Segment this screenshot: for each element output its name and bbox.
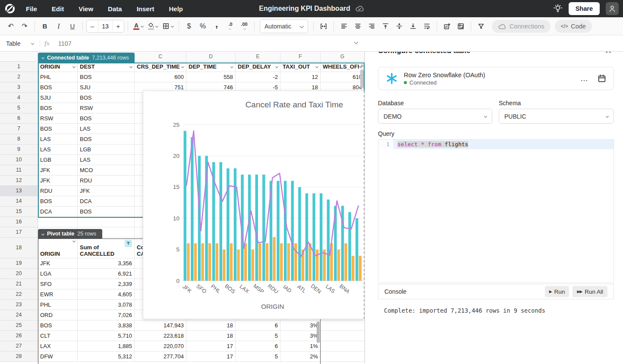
grid-cell[interactable]: MCO bbox=[78, 165, 135, 176]
grid-cell[interactable]: 12 bbox=[280, 72, 321, 82]
connected-table-badge[interactable]: Connected table 7,213,446 rows bbox=[38, 53, 135, 63]
taxi-time-bar[interactable] bbox=[327, 200, 330, 281]
row-header[interactable]: 28 bbox=[0, 351, 38, 362]
cancel-bar[interactable] bbox=[258, 243, 261, 281]
taxi-time-bar[interactable] bbox=[320, 193, 322, 281]
pivot-cell[interactable]: 17 bbox=[186, 341, 236, 351]
pivot-cell[interactable]: ORD bbox=[38, 310, 78, 320]
row-header[interactable]: 5 bbox=[0, 103, 38, 113]
text-color-button[interactable]: A bbox=[132, 20, 145, 33]
currency-format-button[interactable]: $ bbox=[182, 20, 195, 33]
borders-button[interactable] bbox=[160, 20, 175, 33]
menu-data[interactable]: Data bbox=[104, 3, 126, 14]
grid-cell[interactable]: LAS bbox=[78, 155, 135, 165]
pivot-scrollbar-thumb[interactable] bbox=[317, 321, 320, 343]
filter-applied-icon[interactable] bbox=[125, 240, 132, 247]
row-header[interactable]: 18 bbox=[0, 238, 38, 258]
pivot-cell[interactable]: 1% bbox=[280, 341, 321, 351]
cancel-bar[interactable] bbox=[323, 250, 326, 281]
name-box[interactable]: Table bbox=[0, 40, 40, 47]
grid-cell[interactable]: 600 bbox=[135, 72, 186, 82]
run-button[interactable]: ▶Run bbox=[545, 286, 570, 297]
formula-input[interactable]: 1107 bbox=[54, 40, 72, 47]
chevron-down-icon[interactable] bbox=[315, 65, 318, 68]
pivot-cell[interactable]: 3% bbox=[280, 331, 321, 341]
cancel-bar[interactable] bbox=[287, 243, 290, 281]
chevron-down-icon[interactable] bbox=[72, 65, 76, 68]
increase-decimal-button[interactable]: .00→ bbox=[238, 20, 251, 33]
percent-format-button[interactable]: % bbox=[196, 20, 209, 33]
menu-edit[interactable]: Edit bbox=[47, 3, 68, 14]
cancel-bar[interactable] bbox=[337, 250, 340, 281]
chevron-down-icon[interactable] bbox=[275, 65, 278, 68]
row-header[interactable]: 16 bbox=[0, 217, 38, 227]
pivot-cell[interactable]: 5,312 bbox=[78, 351, 135, 362]
grid-cell[interactable]: BOS bbox=[78, 113, 135, 124]
cancel-bar[interactable] bbox=[216, 243, 218, 281]
connection-card[interactable]: Row Zero Snowflake (OAuth) Connected … bbox=[378, 67, 614, 90]
row-header[interactable]: 26 bbox=[0, 331, 38, 341]
grid-cell[interactable]: PHL bbox=[38, 72, 78, 82]
grid-cell[interactable]: SJU bbox=[78, 82, 135, 93]
grid-cell[interactable]: BOS bbox=[78, 134, 135, 144]
code-button[interactable]: </> Code bbox=[555, 20, 592, 33]
pivot-cell[interactable]: PHL bbox=[38, 300, 78, 310]
vertical-scrollbar[interactable] bbox=[359, 64, 364, 361]
pivot-cell[interactable]: 277,704 bbox=[135, 351, 186, 362]
row-header[interactable]: 8 bbox=[0, 134, 38, 144]
italic-button[interactable]: I bbox=[52, 20, 65, 33]
chevron-down-icon[interactable] bbox=[72, 239, 76, 242]
cancel-bar[interactable] bbox=[344, 243, 347, 281]
pivot-cell[interactable]: 3% bbox=[280, 320, 321, 331]
row-header[interactable]: 24 bbox=[0, 310, 38, 320]
menu-insert[interactable]: Insert bbox=[132, 3, 159, 14]
pivot-cell[interactable]: LGA bbox=[38, 269, 78, 279]
grid-cell[interactable]: BOS bbox=[38, 196, 78, 207]
app-logo-icon[interactable] bbox=[4, 3, 16, 14]
number-format-dropdown[interactable]: Automatic bbox=[260, 19, 308, 33]
theme-toggle-icon[interactable] bbox=[553, 4, 563, 13]
pivot-cell[interactable]: 3,078 bbox=[78, 300, 135, 310]
cancel-bar[interactable] bbox=[244, 243, 247, 281]
taxi-time-bar[interactable] bbox=[248, 175, 251, 281]
row-header[interactable]: 6 bbox=[0, 113, 38, 124]
row-header[interactable]: 10 bbox=[0, 155, 38, 165]
cancel-bar[interactable] bbox=[266, 243, 268, 281]
undo-button[interactable]: ↶ bbox=[4, 20, 17, 33]
pivot-cell[interactable]: 4,605 bbox=[78, 289, 135, 300]
taxi-time-bar[interactable] bbox=[348, 212, 351, 281]
pivot-cell[interactable]: 5 bbox=[236, 331, 280, 341]
vertical-align-top-button[interactable] bbox=[379, 20, 392, 33]
row-header[interactable]: 23 bbox=[0, 300, 38, 310]
row-header[interactable]: 11 bbox=[0, 165, 38, 176]
pivot-cell[interactable]: 3,838 bbox=[78, 320, 135, 331]
row-header[interactable]: 12 bbox=[0, 176, 38, 186]
share-button[interactable]: Share bbox=[569, 2, 600, 15]
column-header-wheels_off[interactable]: WHEELS_OFF bbox=[321, 62, 365, 72]
cancel-bar[interactable] bbox=[280, 243, 283, 281]
pivot-cell[interactable]: DFW bbox=[38, 351, 78, 362]
pivot-cell[interactable]: EWR bbox=[38, 289, 78, 300]
row-header[interactable]: 14 bbox=[0, 196, 38, 207]
pivot-cell[interactable]: 18 bbox=[186, 331, 236, 341]
cancel-bar[interactable] bbox=[273, 237, 275, 281]
pivot-cell[interactable]: 223,618 bbox=[135, 331, 186, 341]
font-size-value[interactable]: 13 bbox=[98, 20, 113, 32]
pivot-cell[interactable]: 17 bbox=[186, 351, 236, 362]
row-header[interactable]: 21 bbox=[0, 279, 38, 289]
menu-help[interactable]: Help bbox=[164, 3, 187, 14]
grid-cell[interactable]: LGB bbox=[38, 155, 78, 165]
row-header[interactable]: 20 bbox=[0, 269, 38, 279]
schedule-calendar-icon[interactable] bbox=[597, 74, 607, 83]
align-right-button[interactable] bbox=[365, 20, 378, 33]
cancel-bar[interactable] bbox=[223, 250, 225, 281]
insert-pivot-button[interactable] bbox=[454, 20, 467, 33]
pivot-cell[interactable]: 1,885 bbox=[78, 341, 135, 351]
taxi-time-bar[interactable] bbox=[277, 181, 279, 281]
column-header-dest[interactable]: DEST bbox=[78, 62, 135, 72]
taxi-time-bar[interactable] bbox=[220, 162, 222, 281]
pivot-cell[interactable]: 18 bbox=[186, 320, 236, 331]
decrease-decimal-button[interactable]: .0← bbox=[224, 20, 237, 33]
column-letter[interactable]: F bbox=[280, 52, 321, 62]
column-header-dep_delay[interactable]: DEP_DELAY bbox=[236, 62, 280, 72]
